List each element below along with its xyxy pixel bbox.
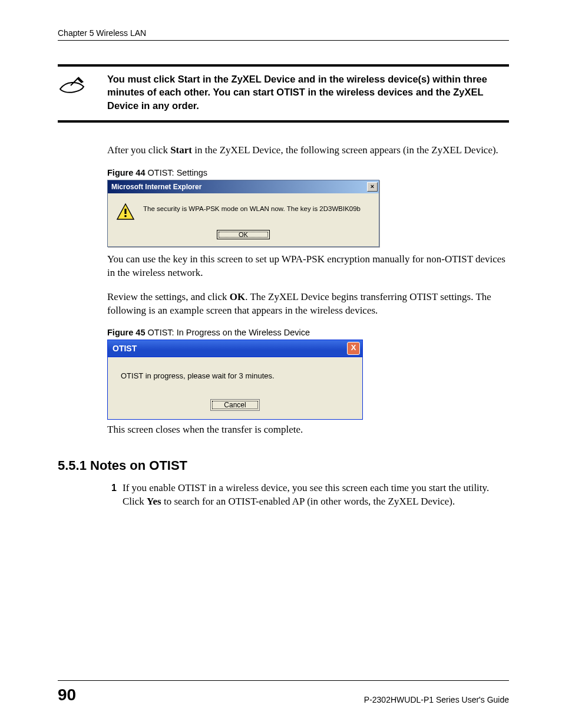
figure-label: Figure 45 bbox=[107, 328, 145, 337]
text: in the ZyXEL Device, the following scree… bbox=[192, 144, 498, 156]
ie-title: Microsoft Internet Explorer bbox=[111, 183, 201, 191]
ie-dialog-message: The security is WPA-PSK mode on WLAN now… bbox=[143, 203, 361, 212]
page-footer: 90 P-2302HWUDL-P1 Series User's Guide bbox=[58, 680, 509, 704]
svg-line-0 bbox=[71, 77, 79, 85]
text-bold: Yes bbox=[147, 496, 161, 507]
text: Review the settings, and click bbox=[107, 291, 230, 302]
ie-titlebar: Microsoft Internet Explorer × bbox=[108, 180, 379, 193]
figure-title: OTIST: Settings bbox=[145, 168, 207, 177]
text: to search for an OTIST-enabled AP (in ot… bbox=[161, 496, 455, 507]
figure-title: OTIST: In Progress on the Wireless Devic… bbox=[145, 328, 310, 337]
guide-title: P-2302HWUDL-P1 Series User's Guide bbox=[364, 695, 509, 704]
text: After you click bbox=[107, 144, 170, 156]
close-icon[interactable]: × bbox=[367, 182, 378, 192]
running-header: Chapter 5 Wireless LAN bbox=[58, 28, 509, 41]
section-title: Notes on OTIST bbox=[87, 458, 187, 473]
list-item: 1 If you enable OTIST in a wireless devi… bbox=[107, 482, 509, 509]
figure-label: Figure 44 bbox=[107, 168, 145, 177]
warning-icon bbox=[116, 203, 135, 224]
otist-dialog-message: OTIST in progress, please wait for 3 min… bbox=[108, 357, 362, 387]
text-bold: Start bbox=[170, 144, 192, 156]
paragraph-use-key: You can use the key in this screen to se… bbox=[107, 253, 509, 280]
paragraph-after-start: After you click Start in the ZyXEL Devic… bbox=[107, 144, 509, 157]
svg-rect-2 bbox=[124, 209, 126, 214]
figure-44-caption: Figure 44 OTIST: Settings bbox=[107, 168, 509, 177]
ordered-list: 1 If you enable OTIST in a wireless devi… bbox=[107, 482, 509, 509]
note-icon bbox=[58, 73, 107, 112]
otist-title: OTIST bbox=[113, 344, 137, 353]
otist-titlebar: OTIST X bbox=[108, 340, 362, 357]
section-number: 5.5.1 bbox=[58, 458, 87, 473]
text-bold: OK bbox=[230, 291, 245, 302]
document-page: Chapter 5 Wireless LAN You must click St… bbox=[0, 0, 562, 728]
svg-rect-3 bbox=[124, 215, 126, 217]
paragraph-review-settings: Review the settings, and click OK. The Z… bbox=[107, 291, 509, 318]
section-heading-notes-on-otist: 5.5.1 Notes on OTIST bbox=[58, 458, 509, 473]
list-number: 1 bbox=[107, 482, 117, 509]
list-text: If you enable OTIST in a wireless device… bbox=[123, 482, 509, 509]
otist-dialog: OTIST X OTIST in progress, please wait f… bbox=[107, 340, 363, 420]
cancel-button[interactable]: Cancel bbox=[210, 399, 259, 411]
note-block: You must click Start in the ZyXEL Device… bbox=[58, 64, 509, 123]
figure-45-caption: Figure 45 OTIST: In Progress on the Wire… bbox=[107, 328, 509, 337]
ie-dialog: Microsoft Internet Explorer × The securi… bbox=[107, 180, 379, 247]
note-text: You must click Start in the ZyXEL Device… bbox=[107, 73, 509, 112]
paragraph-transfer-complete: This screen closes when the transfer is … bbox=[107, 423, 509, 437]
page-number: 90 bbox=[58, 686, 76, 704]
ok-button[interactable]: OK bbox=[217, 230, 270, 239]
close-icon[interactable]: X bbox=[347, 342, 360, 355]
